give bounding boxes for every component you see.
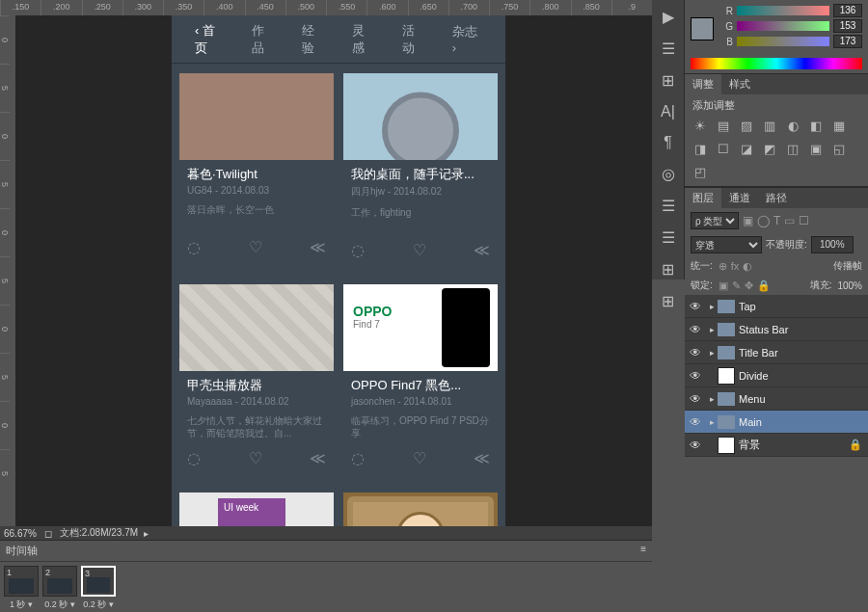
- layer-row[interactable]: 👁▸Main: [685, 411, 868, 434]
- chevron-right-icon[interactable]: ▸: [144, 528, 149, 539]
- tab-channels[interactable]: 通道: [721, 188, 758, 208]
- filter-type-icon[interactable]: T: [773, 214, 780, 227]
- fill-value[interactable]: 100%: [837, 280, 862, 291]
- blend-mode[interactable]: 穿透: [691, 236, 762, 253]
- expand-icon[interactable]: ▸: [706, 348, 718, 358]
- layer-list[interactable]: 👁▸Tap👁▸Status Bar👁▸Title Bar👁Divide👁▸Men…: [685, 295, 868, 457]
- layer-row[interactable]: 👁▸Tap: [685, 295, 868, 318]
- timeline-frame[interactable]: 30.2 秒 ▾: [81, 566, 116, 611]
- tab-paths[interactable]: 路径: [758, 188, 795, 208]
- filter-shape-icon[interactable]: ▭: [784, 214, 795, 227]
- layer-row[interactable]: 👁▸Status Bar: [685, 318, 868, 341]
- foreground-swatch[interactable]: [691, 17, 714, 40]
- nav-magazine[interactable]: 杂志 ›: [452, 23, 482, 55]
- share-icon[interactable]: ≪: [310, 449, 326, 467]
- dock-icon[interactable]: ☰: [662, 40, 675, 58]
- dock-icon[interactable]: ☰: [662, 197, 675, 215]
- expand-icon[interactable]: ▸: [706, 417, 718, 427]
- visibility-icon[interactable]: 👁: [685, 323, 706, 336]
- panel-menu-icon[interactable]: ≡: [640, 544, 646, 558]
- g-slider[interactable]: [737, 21, 829, 31]
- unify-vis-icon[interactable]: fx: [731, 260, 740, 272]
- r-value[interactable]: 136: [833, 4, 862, 17]
- layer-row[interactable]: 👁▸Menu: [685, 387, 868, 411]
- layer-filter-kind[interactable]: ρ 类型: [691, 212, 739, 229]
- layer-name[interactable]: 背景: [739, 438, 760, 452]
- adjustment-icon[interactable]: ☐: [716, 142, 731, 157]
- dock-icon[interactable]: ⊞: [662, 260, 674, 279]
- timeline-frame[interactable]: 11 秒 ▾: [4, 566, 39, 611]
- comment-icon[interactable]: ◌: [351, 241, 365, 259]
- adjustment-icon[interactable]: ☀: [692, 119, 708, 134]
- r-slider[interactable]: [737, 6, 829, 15]
- tab-layers[interactable]: 图层: [685, 188, 721, 208]
- adjustment-icon[interactable]: ◐: [785, 119, 800, 134]
- like-icon[interactable]: ♡: [413, 241, 426, 259]
- adjustment-icon[interactable]: ▣: [808, 142, 824, 157]
- nav-inspiration[interactable]: 灵感: [352, 22, 375, 57]
- card[interactable]: 甲壳虫播放器 Mayaaaaa - 2014.08.02 七夕情人节，鲜花礼物暗…: [179, 284, 334, 477]
- expand-icon[interactable]: ▸: [706, 302, 718, 311]
- propagate-label[interactable]: 传播帧: [833, 259, 862, 273]
- visibility-icon[interactable]: 👁: [685, 415, 706, 429]
- lock-pos-icon[interactable]: ✥: [745, 279, 753, 291]
- card[interactable]: OPPO Find 7 OPPO Find7 黑色... jasonchen -…: [343, 284, 498, 477]
- document-canvas[interactable]: ‹ 首页 作品 经验 灵感 活动 杂志 › 暮色·Twilight UG84 -…: [15, 15, 652, 526]
- b-value[interactable]: 173: [833, 35, 862, 48]
- adjustment-icon[interactable]: ◩: [762, 142, 777, 157]
- dock-icon[interactable]: ¶: [664, 134, 672, 151]
- adjustment-icon[interactable]: ▨: [739, 119, 754, 134]
- b-slider[interactable]: [737, 37, 829, 46]
- rotate-view-icon[interactable]: ◻: [44, 528, 52, 539]
- adjustment-icon[interactable]: ◱: [831, 142, 847, 157]
- adjustment-icon[interactable]: ◪: [739, 142, 754, 157]
- dock-icon[interactable]: ◎: [662, 165, 675, 183]
- like-icon[interactable]: ♡: [413, 449, 426, 467]
- comment-icon[interactable]: ◌: [351, 449, 365, 467]
- adjustment-icon[interactable]: ◨: [692, 142, 708, 157]
- expand-icon[interactable]: ▸: [706, 394, 718, 404]
- visibility-icon[interactable]: 👁: [685, 369, 706, 383]
- filter-smart-icon[interactable]: ☐: [799, 214, 809, 227]
- layer-row[interactable]: 👁Divide: [685, 364, 868, 387]
- nav-back[interactable]: ‹ 首页: [195, 22, 225, 57]
- visibility-icon[interactable]: 👁: [685, 392, 706, 406]
- unify-style-icon[interactable]: ◐: [743, 260, 752, 272]
- opacity-value[interactable]: 100%: [811, 236, 854, 253]
- dock-icon[interactable]: ▶: [663, 8, 674, 26]
- dock-icon[interactable]: ☰: [662, 228, 675, 247]
- like-icon[interactable]: ♡: [249, 238, 262, 256]
- card[interactable]: 暮色·Twilight UG84 - 2014.08.03 落日余晖，长空一色 …: [179, 73, 334, 269]
- card[interactable]: 我的桌面，随手记录... 四月hjw - 2014.08.02 工作，fight…: [343, 73, 498, 269]
- dock-icon[interactable]: ⊞: [662, 292, 674, 310]
- lock-all-icon[interactable]: 🔒: [757, 279, 771, 291]
- nav-activity[interactable]: 活动: [402, 22, 425, 57]
- layer-row[interactable]: 👁背景🔒: [685, 434, 868, 457]
- layer-name[interactable]: Status Bar: [739, 324, 788, 335]
- comment-icon[interactable]: ◌: [187, 238, 201, 256]
- visibility-icon[interactable]: 👁: [685, 346, 706, 359]
- filter-adjust-icon[interactable]: ◯: [757, 214, 770, 227]
- unify-pos-icon[interactable]: ⊕: [719, 260, 727, 272]
- adjustment-icon[interactable]: ▦: [831, 119, 847, 134]
- lock-pixel-icon[interactable]: ✎: [732, 279, 741, 291]
- timeline-tab[interactable]: 时间轴: [6, 544, 38, 558]
- hue-strip[interactable]: [691, 58, 862, 69]
- visibility-icon[interactable]: 👁: [685, 300, 706, 313]
- lock-trans-icon[interactable]: ▣: [719, 279, 728, 291]
- g-value[interactable]: 153: [833, 19, 862, 33]
- layer-name[interactable]: Tap: [739, 301, 756, 312]
- zoom-level[interactable]: 66.67%: [4, 528, 37, 539]
- dock-icon[interactable]: ⊞: [662, 71, 674, 90]
- nav-experience[interactable]: 经验: [302, 22, 325, 57]
- tab-adjust[interactable]: 调整: [685, 74, 721, 94]
- share-icon[interactable]: ≪: [474, 241, 490, 259]
- like-icon[interactable]: ♡: [249, 449, 262, 467]
- comment-icon[interactable]: ◌: [187, 449, 201, 467]
- dock-icon[interactable]: A|: [661, 103, 675, 120]
- expand-icon[interactable]: ▸: [706, 325, 718, 334]
- layer-name[interactable]: Title Bar: [739, 347, 778, 359]
- filter-pixel-icon[interactable]: ▣: [743, 214, 753, 227]
- adjustment-icon[interactable]: ▤: [716, 119, 731, 134]
- adjustment-icon[interactable]: ▥: [762, 119, 777, 134]
